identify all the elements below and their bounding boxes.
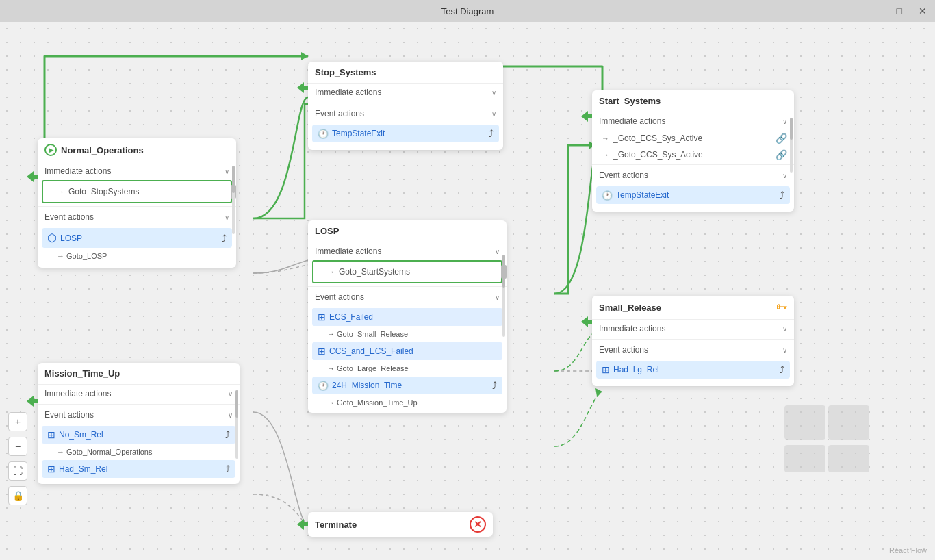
chevron-icon: ∨ [491,110,496,118]
svg-marker-4 [27,396,38,407]
chevron-icon: ∨ [782,325,787,333]
small-immediate-actions-header[interactable]: Immediate actions ∨ [592,320,794,338]
stop-icon: ✕ [470,516,486,533]
event-losp[interactable]: ⬡ LOSP ⤴ [42,228,232,248]
event-start-tempstateexit[interactable]: 🕐 TempStateExit ⤴ [596,186,790,204]
event-ecs-failed[interactable]: ⊞ ECS_Failed [312,308,502,326]
action-goto-stopsystems: → Goto_StopSystems [47,184,227,199]
immediate-actions-header[interactable]: Immediate actions ∨ [38,162,236,180]
goto-losp: → Goto_LOSP [38,250,236,262]
chevron-icon: ∨ [225,214,229,221]
export-icon: ⤴ [780,364,784,375]
toolbar: + − ⛶ 🔒 [8,412,27,505]
svg-marker-5 [297,82,308,93]
diagram-canvas[interactable]: Normal_Operations Immediate actions ∨ → … [0,22,935,560]
mission-immediate-actions-header[interactable]: Immediate actions ∨ [38,385,240,403]
node-normal-operations-header: Normal_Operations [38,138,236,162]
mission-event-actions-header[interactable]: Event actions ∨ [38,406,240,424]
stop-event-actions-header[interactable]: Event actions ∨ [308,105,503,123]
event-had-lg-rel[interactable]: ⊞ Had_Lg_Rel ⤴ [596,361,790,379]
clock-icon: 🕐 [602,190,613,201]
svg-marker-6 [581,111,592,122]
svg-marker-2 [595,388,602,396]
title-bar: Test Diagram — □ ✕ [0,0,935,22]
play-icon [44,144,57,156]
react-flow-watermark: React Flow [889,546,927,555]
start-event-actions-header[interactable]: Event actions ∨ [592,166,794,184]
export-icon: ⤴ [225,429,230,440]
node-mission-time-up-title: Mission_Time_Up [44,368,120,379]
node-losp-header: LOSP [308,220,507,242]
close-button[interactable]: ✕ [916,5,930,16]
node-terminate-title: Terminate [315,520,357,530]
node-normal-operations-title: Normal_Operations [61,145,144,155]
chevron-icon: ∨ [228,390,233,398]
cube-icon: ⬡ [47,231,57,244]
clock-icon: 🕐 [318,381,329,391]
node-start-systems-header: Start_Systems [592,90,794,112]
losp-event-actions-header[interactable]: Event actions ∨ [308,288,507,306]
zoom-in-button[interactable]: + [8,412,27,431]
chevron-icon: ∨ [495,294,500,301]
node-mission-time-up: Mission_Time_Up Immediate actions ∨ Even… [38,363,240,484]
goto-large-release: → Goto_Large_Release [308,362,507,374]
immediate-action-row: → Goto_StopSystems [42,180,232,203]
node-start-systems: Start_Systems Immediate actions ∨ → _Got… [592,90,794,212]
lock-button[interactable]: 🔒 [8,486,27,505]
link-icon: 🔗 [776,133,787,144]
group-icon: ⊞ [318,346,326,357]
chevron-icon: ∨ [495,248,500,255]
chevron-icon: ∨ [225,168,229,175]
immediate-action-row: → Goto_StartSystems [312,260,502,283]
svg-marker-7 [581,316,592,327]
node-losp-title: LOSP [315,226,339,236]
export-icon: ⤴ [780,190,784,201]
group-icon: ⊞ [602,364,610,375]
minimize-button[interactable]: — [868,5,883,16]
scrollbar [502,255,505,337]
maximize-button[interactable]: □ [894,5,905,16]
group-icon: ⊞ [318,311,326,322]
node-normal-operations: Normal_Operations Immediate actions ∨ → … [38,138,236,268]
event-ccs-ecs-failed[interactable]: ⊞ CCS_and_ECS_Failed [312,342,502,360]
node-small-release-title: Small_Release [599,303,661,313]
node-stop-systems-title: Stop_Systems [315,67,376,77]
node-terminate: Terminate ✕ [308,512,493,537]
event-actions-header[interactable]: Event actions ∨ [38,208,236,226]
fit-button[interactable]: ⛶ [8,461,27,481]
clock-icon: 🕐 [318,129,329,139]
group-icon: ⊞ [47,429,55,440]
node-mission-time-up-header: Mission_Time_Up [38,363,240,385]
window-title: Test Diagram [441,6,494,16]
event-tempstateexit[interactable]: 🕐 TempStateExit ⤴ [312,125,499,142]
chevron-icon: ∨ [782,346,787,354]
scrollbar-thumb [502,255,505,288]
node-small-release: Small_Release 🗝 Immediate actions ∨ Even… [592,296,794,386]
chevron-icon: ∨ [782,172,787,179]
goto-normal-operations: → Goto_Normal_Operations [38,446,240,458]
goto-small-release: → Goto_Small_Release [308,328,507,340]
event-had-sm-rel[interactable]: ⊞ Had_Sm_Rel ⤴ [42,460,235,478]
action-goto-ccs: → _Goto_CCS_Sys_Active 🔗 [592,147,794,163]
export-icon: ⤴ [222,233,227,244]
zoom-out-button[interactable]: − [8,437,27,456]
scrollbar-thumb [232,166,235,193]
small-event-actions-header[interactable]: Event actions ∨ [592,341,794,359]
action-goto-ecs: → _Goto_ECS_Sys_Active 🔗 [592,130,794,147]
export-icon: ⤴ [225,463,230,474]
window-controls: — □ ✕ [868,5,930,16]
scrollbar [232,166,235,234]
start-immediate-actions-header[interactable]: Immediate actions ∨ [592,112,794,130]
losp-immediate-actions-header[interactable]: Immediate actions ∨ [308,242,507,260]
event-no-sm-rel[interactable]: ⊞ No_Sm_Rel ⤴ [42,426,235,444]
link-icon: 🔗 [776,149,787,160]
node-stop-systems: Stop_Systems Immediate actions ∨ Event a… [308,62,503,150]
scrollbar-thumb [235,390,238,418]
scrollbar [790,118,793,173]
svg-marker-8 [297,519,308,530]
export-icon: ⤴ [492,380,497,391]
stop-immediate-actions-header[interactable]: Immediate actions ∨ [308,84,503,101]
lock-icon: 🗝 [776,301,787,314]
action-goto-startsystems: → Goto_StartSystems [318,264,497,279]
event-24h[interactable]: 🕐 24H_Mission_Time ⤴ [312,377,502,394]
